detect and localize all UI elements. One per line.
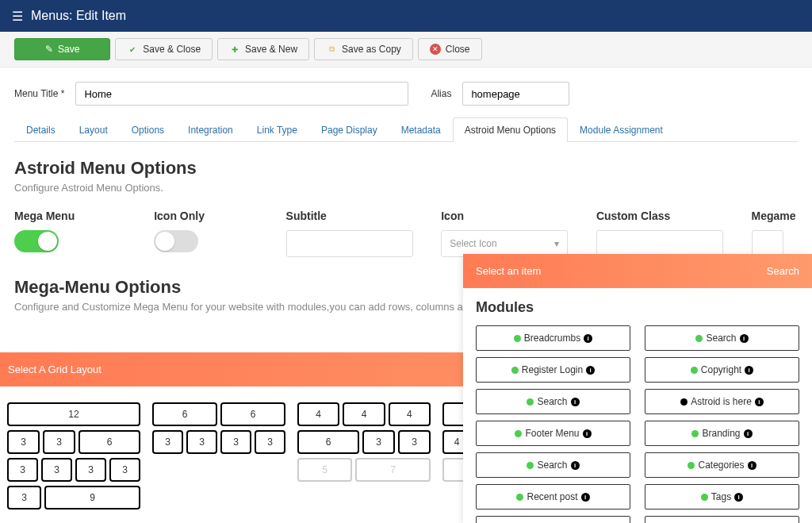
info-icon: i xyxy=(755,398,764,406)
check-icon: ✎ xyxy=(45,44,53,55)
info-icon: i xyxy=(571,398,580,406)
tab-link-type[interactable]: Link Type xyxy=(245,117,309,142)
module-item[interactable]: Searchi xyxy=(476,452,630,478)
options-row: Mega Menu Icon Only Subtitle Icon Select… xyxy=(14,210,798,257)
chevron-down-icon: ▾ xyxy=(554,238,559,249)
module-item[interactable]: Astroid is herei xyxy=(645,389,799,414)
status-dot xyxy=(514,335,521,342)
icon-label: Icon xyxy=(441,210,573,222)
module-item[interactable]: Searchi xyxy=(476,389,630,414)
save-new-button[interactable]: ✚ Save & New xyxy=(217,38,309,60)
plus-icon: ✚ xyxy=(229,44,240,55)
module-item[interactable]: Searchi xyxy=(645,325,799,351)
tab-metadata[interactable]: Metadata xyxy=(389,117,453,142)
grid-layout-option[interactable]: 444 633 57 xyxy=(297,402,431,513)
menu-title-input[interactable] xyxy=(75,82,408,106)
info-icon: i xyxy=(740,334,749,343)
alias-label: Alias xyxy=(431,88,451,99)
info-icon: i xyxy=(586,366,595,375)
info-icon: i xyxy=(745,366,753,375)
status-dot xyxy=(691,367,698,374)
module-item[interactable]: Recent posti xyxy=(476,484,630,510)
status-dot xyxy=(695,335,703,342)
tab-integration[interactable]: Integration xyxy=(176,117,245,142)
module-selector-panel: Select an item Search Modules Breadcrumb… xyxy=(463,254,812,523)
module-item[interactable]: Tagsi xyxy=(645,484,799,510)
mega-menu-toggle[interactable] xyxy=(14,230,59,252)
status-dot xyxy=(688,462,695,469)
tab-astroid-menu-options[interactable]: Astroid Menu Options xyxy=(453,117,568,142)
info-icon: i xyxy=(571,461,580,470)
grid-layout-option[interactable]: 12 336 3333 39 xyxy=(7,402,140,513)
status-dot xyxy=(691,430,699,437)
copy-icon: ⧉ xyxy=(326,44,337,55)
info-icon: i xyxy=(744,429,753,438)
menu-icon: ☰ xyxy=(12,9,23,24)
status-dot xyxy=(680,398,688,406)
info-icon: i xyxy=(584,334,592,343)
tab-layout[interactable]: Layout xyxy=(67,117,120,142)
mega-menu-label: Mega Menu xyxy=(14,210,130,222)
status-dot xyxy=(527,398,534,406)
module-item[interactable]: Copyrighti xyxy=(645,357,799,383)
status-dot xyxy=(516,494,523,501)
alias-input[interactable] xyxy=(462,82,569,106)
module-item[interactable]: Footer Menui xyxy=(476,421,630,446)
status-dot xyxy=(515,430,522,437)
module-item[interactable]: Latest Newsi xyxy=(476,516,630,523)
tab-details[interactable]: Details xyxy=(14,117,67,142)
section-title: Astroid Menu Options xyxy=(14,158,798,179)
megame-label: Megame xyxy=(752,210,798,222)
close-button[interactable]: ✕ Close xyxy=(418,38,482,60)
tabs: DetailsLayoutOptionsIntegrationLink Type… xyxy=(14,117,798,142)
info-icon: i xyxy=(581,493,590,502)
modules-grid: BreadcrumbsiSearchiRegister LoginiCopyri… xyxy=(476,325,799,523)
save-button[interactable]: ✎ Save xyxy=(14,38,110,60)
search-link[interactable]: Search xyxy=(767,265,799,277)
info-icon: i xyxy=(734,493,743,502)
toolbar: ✎ Save ✔ Save & Close ✚ Save & New ⧉ Sav… xyxy=(0,32,812,67)
tab-module-assignment[interactable]: Module Assignment xyxy=(568,117,675,142)
info-icon: i xyxy=(748,461,756,470)
custom-class-input[interactable] xyxy=(596,230,723,257)
close-icon: ✕ xyxy=(430,44,441,55)
grid-layout-option[interactable]: 66 3333 xyxy=(152,402,285,513)
icon-only-label: Icon Only xyxy=(154,210,262,222)
page-header: ☰ Menus: Edit Item xyxy=(0,0,812,32)
panel-header: Select an item Search xyxy=(463,254,812,288)
tab-page-display[interactable]: Page Display xyxy=(309,117,389,142)
check-icon: ✔ xyxy=(127,44,138,55)
modules-title: Modules xyxy=(476,299,799,316)
save-close-button[interactable]: ✔ Save & Close xyxy=(115,38,213,60)
menu-title-label: Menu Title * xyxy=(14,88,64,99)
icon-only-toggle[interactable] xyxy=(154,230,198,252)
megame-input[interactable] xyxy=(752,230,783,257)
page-title: Menus: Edit Item xyxy=(31,9,126,23)
module-item[interactable]: Categoriesi xyxy=(645,452,799,478)
info-icon: i xyxy=(583,429,592,438)
module-item[interactable]: Register Logini xyxy=(476,357,630,383)
module-item[interactable]: Turn Your Passion into Success!i xyxy=(645,516,799,523)
section-desc: Configure Astroid Menu Options. xyxy=(14,182,798,194)
subtitle-label: Subtitle xyxy=(286,210,418,222)
title-row: Menu Title * Alias xyxy=(14,82,798,106)
status-dot xyxy=(527,462,534,469)
tab-options[interactable]: Options xyxy=(120,117,176,142)
module-item[interactable]: Breadcrumbsi xyxy=(476,325,630,351)
custom-class-label: Custom Class xyxy=(596,210,728,222)
status-dot xyxy=(701,494,708,501)
icon-select[interactable]: Select Icon ▾ xyxy=(441,230,568,257)
module-item[interactable]: Brandingi xyxy=(645,421,799,446)
subtitle-input[interactable] xyxy=(286,230,413,257)
save-copy-button[interactable]: ⧉ Save as Copy xyxy=(314,38,413,60)
status-dot xyxy=(511,367,519,374)
